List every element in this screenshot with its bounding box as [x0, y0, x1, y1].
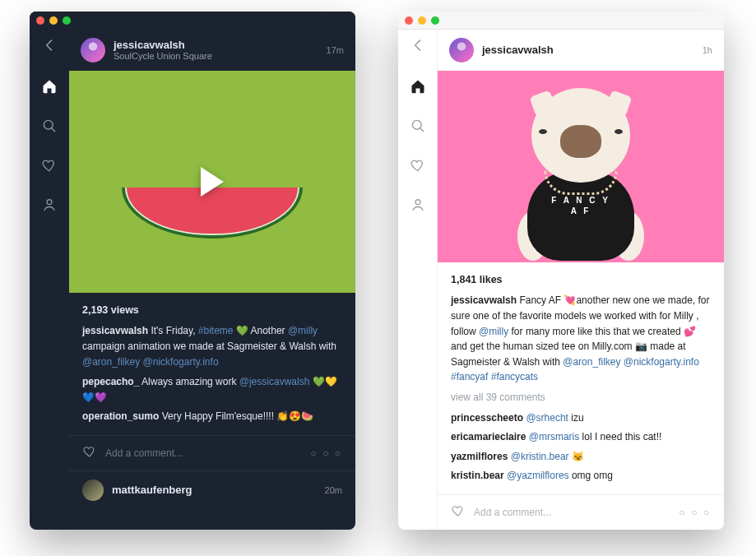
mention-link[interactable]: @nickfogarty.info — [140, 356, 218, 368]
caption-user[interactable]: jessicavwalsh — [82, 325, 148, 336]
search-icon[interactable] — [40, 117, 58, 135]
mention-link[interactable]: @srhecht — [526, 412, 568, 424]
post-header: jessicavwalsh SoulCycle Union Square 17m — [69, 30, 355, 71]
hashtag-link[interactable]: #fancyaf — [451, 371, 488, 382]
avatar[interactable] — [449, 38, 474, 63]
home-icon[interactable] — [409, 77, 427, 95]
add-comment-row: ○ ○ ○ — [69, 435, 355, 470]
comment: ericamarieclaire @mrsmaris lol I need th… — [451, 429, 711, 445]
titlebar — [398, 12, 724, 30]
svg-point-1 — [47, 200, 52, 205]
back-button[interactable] — [40, 38, 58, 56]
play-icon[interactable] — [201, 167, 224, 197]
more-icon[interactable]: ○ ○ ○ — [679, 507, 711, 518]
like-icon[interactable] — [451, 503, 466, 521]
close-icon[interactable] — [405, 16, 413, 25]
mention-link[interactable]: @nickfogarty.info — [620, 356, 698, 368]
titlebar — [30, 12, 355, 30]
minimize-icon[interactable] — [49, 16, 58, 25]
mention-link[interactable]: @yazmilflores — [507, 470, 569, 481]
caption-text: 💚 Another — [234, 325, 288, 336]
profile-icon[interactable] — [409, 196, 427, 214]
comment-input[interactable] — [105, 447, 303, 459]
post-media-video[interactable] — [69, 71, 355, 293]
comment-user[interactable]: pepecacho_ — [82, 376, 139, 387]
post-header: jessicavwalsh 1h — [438, 30, 724, 71]
activity-heart-icon[interactable] — [409, 156, 427, 174]
minimize-icon[interactable] — [418, 16, 426, 25]
comment-text: Always amazing work — [139, 376, 239, 387]
activity-heart-icon[interactable] — [40, 156, 58, 174]
avatar[interactable] — [81, 38, 105, 63]
mention-link[interactable]: @aron_filkey — [563, 356, 620, 368]
view-all-comments[interactable]: view all 39 comments — [451, 390, 711, 405]
hashtag-link[interactable]: #fancycats — [488, 371, 538, 382]
app-window-light: jessicavwalsh 1h F A N C Y A F 1,841 lik… — [398, 12, 724, 530]
timestamp: 1h — [703, 45, 712, 55]
post-header-text: jessicavwalsh SoulCycle Union Square — [114, 39, 318, 63]
comment-user[interactable]: kristin.bear — [451, 470, 504, 481]
home-icon[interactable] — [40, 77, 58, 95]
comment: princesscheeto @srhecht izu — [451, 410, 711, 426]
next-post-header: mattkaufenberg 20m — [69, 470, 355, 509]
comment-text: 😼 — [569, 451, 584, 462]
feed: jessicavwalsh SoulCycle Union Square 17m… — [69, 30, 355, 530]
sidebar — [398, 30, 438, 530]
caption: jessicavwalsh It's Friday, #biteme 💚 Ano… — [82, 323, 342, 369]
timestamp: 17m — [327, 45, 344, 55]
post-body: 2,193 views jessicavwalsh It's Friday, #… — [69, 293, 355, 435]
comment: yazmilflores @kristin.bear 😼 — [451, 449, 711, 465]
shirt-text: F A N C Y A F — [546, 195, 616, 216]
hashtag-link[interactable]: #biteme — [198, 325, 234, 336]
avatar[interactable] — [82, 480, 104, 501]
caption-text: campaign animation we made at Sagmeister… — [82, 341, 336, 352]
add-comment-row: ○ ○ ○ — [438, 494, 724, 530]
comment-text: lol I need this cat!! — [579, 431, 661, 442]
mention-link[interactable]: @jessicavwalsh — [239, 376, 310, 387]
maximize-icon[interactable] — [63, 16, 71, 25]
maximize-icon[interactable] — [431, 16, 439, 25]
profile-icon[interactable] — [40, 196, 58, 214]
username[interactable]: jessicavwalsh — [482, 44, 694, 57]
comment-text: omg omg — [569, 470, 613, 481]
mention-link[interactable]: @milly — [479, 326, 508, 337]
username[interactable]: mattkaufenberg — [112, 484, 317, 496]
caption: jessicavwalsh Fancy AF 💘another new one … — [451, 293, 711, 385]
caption-text: It's Friday, — [148, 325, 198, 336]
app-window-dark: jessicavwalsh SoulCycle Union Square 17m… — [30, 12, 355, 530]
back-button[interactable] — [409, 38, 427, 56]
comment: kristin.bear @yazmilflores omg omg — [451, 468, 711, 484]
comment: operation_sumo Very Happy Film'esque!!!!… — [82, 409, 342, 424]
mention-link[interactable]: @milly — [288, 325, 318, 336]
cat-illustration: F A N C Y A F — [511, 88, 651, 261]
comment-user[interactable]: operation_sumo — [82, 410, 159, 422]
view-count[interactable]: 2,193 views — [82, 303, 342, 318]
comment-input[interactable] — [474, 507, 671, 518]
comment-user[interactable]: princesscheeto — [451, 412, 523, 424]
post-header-text: jessicavwalsh — [482, 44, 694, 57]
sidebar — [30, 30, 69, 530]
mention-link[interactable]: @aron_filkey — [82, 356, 140, 368]
post-body: 1,841 likes jessicavwalsh Fancy AF 💘anot… — [438, 262, 724, 494]
feed: jessicavwalsh 1h F A N C Y A F 1,841 lik… — [438, 30, 724, 530]
mention-link[interactable]: @kristin.bear — [511, 451, 569, 462]
caption-user[interactable]: jessicavwalsh — [451, 294, 517, 306]
username[interactable]: jessicavwalsh — [114, 39, 318, 52]
like-count[interactable]: 1,841 likes — [451, 272, 711, 288]
svg-point-3 — [415, 200, 420, 205]
more-icon[interactable]: ○ ○ ○ — [311, 447, 342, 459]
comment-text: Very Happy Film'esque!!!! 👏😍🍉 — [159, 410, 313, 422]
comment: pepecacho_ Always amazing work @jessicav… — [82, 374, 342, 405]
post-media-image[interactable]: F A N C Y A F — [438, 71, 724, 262]
search-icon[interactable] — [409, 117, 427, 135]
comment-user[interactable]: yazmilflores — [451, 451, 508, 462]
comment-text: izu — [568, 412, 584, 424]
comment-user[interactable]: ericamarieclaire — [451, 431, 526, 442]
like-icon[interactable] — [82, 444, 97, 462]
timestamp: 20m — [325, 485, 342, 495]
mention-link[interactable]: @mrsmaris — [529, 431, 580, 442]
app-body: jessicavwalsh 1h F A N C Y A F 1,841 lik… — [398, 30, 724, 530]
close-icon[interactable] — [36, 16, 44, 25]
location[interactable]: SoulCycle Union Square — [114, 51, 318, 62]
app-body: jessicavwalsh SoulCycle Union Square 17m… — [30, 30, 355, 530]
